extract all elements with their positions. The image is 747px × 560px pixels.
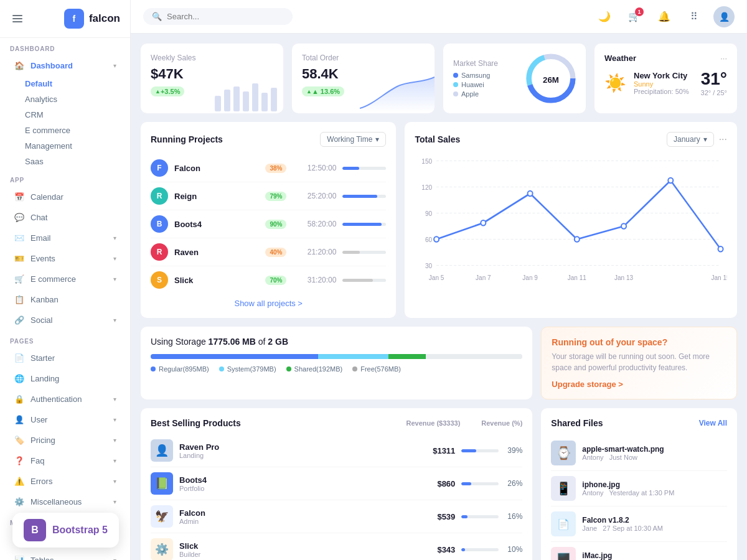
svg-text:150: 150 [422,157,433,164]
sidebar-sub-saas[interactable]: Saas [0,154,130,169]
faq-icon: ❓ [14,455,25,466]
sidebar-item-label: User [31,415,108,424]
social-icon: 🔗 [14,314,25,325]
sidebar-item-kanban[interactable]: 📋 Kanban [4,289,126,309]
file-row-falcon: 📄 Falcon v1.8.2 Jane 27 Sep at 10:30 AM [551,506,727,542]
weekly-sales-chart [209,74,283,113]
raven-pro-pct: 39% [461,446,522,455]
falcon-time: 12:50:00 [293,164,336,172]
sidebar-item-label: Pricing [31,436,108,445]
total-sales-dropdown[interactable]: January ▾ [667,132,714,147]
kanban-icon: 📋 [14,294,25,305]
events-icon: 🎫 [14,253,25,264]
project-row-boots4: B Boots4 90% 58:20:00 [151,210,386,238]
revenue-col-header: Revenue ($3333) [406,419,461,427]
reign-time: 25:20:00 [293,192,336,200]
sidebar-item-starter[interactable]: 📄 Starter [4,348,126,368]
app-section-label: App [0,169,130,186]
search-bar[interactable]: 🔍 [143,8,293,25]
sidebar-sub-management[interactable]: Management [0,138,130,154]
sidebar-item-authentication[interactable]: 🔒 Authentication ▾ [4,389,126,409]
weekly-sales-badge: +3.5% [151,86,184,96]
running-projects-card: Running Projects Working Time ▾ F Falcon… [141,122,396,318]
huawei-legend: Huawei [461,81,484,88]
svg-text:60: 60 [425,236,432,243]
slick-product-name: Slick [179,541,411,551]
regular-segment [151,354,318,359]
total-sales-card: Total Sales January ▾ ··· [405,122,737,318]
search-input[interactable] [167,12,279,21]
total-sales-more-button[interactable]: ··· [719,134,727,145]
sidebar-item-miscellaneous[interactable]: ⚙️ Miscellaneous ▾ [4,492,126,511]
sidebar-item-calendar[interactable]: 📅 Calendar [4,187,126,207]
sidebar-item-pricing[interactable]: 🏷️ Pricing ▾ [4,430,126,450]
chevron-down-icon: ▾ [113,317,116,324]
cart-button[interactable]: 🛒 1 [624,6,645,27]
raven-pro-revenue: $1311 [418,446,455,455]
sidebar-item-dashboard[interactable]: 🏠 Dashboard ▾ [4,55,126,75]
sidebar-item-label: Authentication [31,394,108,404]
iphone-meta: Antony Yesterday at 1:30 PM [582,489,727,497]
product-row-slick: ⚙️ Slick Builder $343 10% [151,533,522,560]
sidebar-sub-default[interactable]: Default [0,76,130,91]
notifications-button[interactable]: 🔔 [654,6,675,27]
svg-point-22 [481,220,486,225]
falcon-product-thumb: 🦅 [151,505,173,528]
shared-files-card: Shared Files View All ⌚ apple-smart-watc… [541,408,737,560]
falcon-file-thumb: 📄 [551,511,576,536]
apple-watch-meta: Antony Just Now [582,454,727,461]
svg-rect-5 [261,93,268,111]
svg-text:Jan 13: Jan 13 [614,274,633,281]
product-row-boots4: 📗 Boots4 Portfolio $860 26% [151,467,522,500]
avatar[interactable]: 👤 [713,6,735,27]
sidebar-item-events[interactable]: 🎫 Events ▾ [4,248,126,268]
view-all-button[interactable]: View All [699,419,727,427]
chevron-down-icon: ▾ [113,62,116,69]
sidebar-sub-analytics[interactable]: Analytics [0,91,130,107]
storage-title: Using Storage 1775.06 MB of 2 GB [151,337,522,347]
authentication-icon: 🔒 [14,393,25,404]
chevron-down-icon: ▾ [113,437,116,444]
total-sales-chart-area: 150 120 90 60 30 [415,154,727,285]
sidebar-sub-crm[interactable]: CRM [0,107,130,123]
shared-segment [388,354,426,359]
working-time-dropdown[interactable]: Working Time ▾ [320,132,386,147]
cart-badge: 1 [635,7,644,16]
sidebar-item-tables[interactable]: 📊 Tables ▾ [4,550,126,560]
raven-pro-thumb: 👤 [151,439,173,462]
svg-rect-6 [271,88,277,111]
sidebar-item-landing[interactable]: 🌐 Landing [4,368,126,388]
total-order-badge: ▲ 13.6% [302,86,344,96]
weather-more-button[interactable]: ··· [720,54,727,63]
sidebar-sub-ecommerce[interactable]: E commerce [0,123,130,138]
hamburger-icon[interactable] [10,12,25,25]
upgrade-link[interactable]: Upgrade storage > [552,380,623,389]
sidebar-item-user[interactable]: 👤 User ▾ [4,409,126,429]
show-all-projects-button[interactable]: Show all projects > [151,299,386,308]
raven-pro-name: Raven Pro [179,442,411,452]
weather-temp: 31° [701,69,727,89]
weekly-sales-label: Weekly Sales [151,54,273,62]
regular-dot [151,366,156,371]
sidebar-item-social[interactable]: 🔗 Social ▾ [4,310,126,330]
sidebar-item-ecommerce[interactable]: 🛒 E commerce ▾ [4,269,126,289]
dashboard-section-label: Dashboard [0,38,130,55]
raven-pro-cat: Landing [179,452,411,459]
shared-legend: Shared(192MB) [286,365,343,373]
sidebar-item-email[interactable]: ✉️ Email ▾ [4,228,126,248]
slick-progress [342,279,386,282]
bootstrap-badge[interactable]: B Bootstrap 5 [12,513,119,548]
sidebar-item-chat[interactable]: 💬 Chat [4,207,126,227]
theme-toggle-button[interactable]: 🌙 [594,6,615,27]
sidebar-item-faq[interactable]: ❓ Faq ▾ [4,450,126,470]
svg-text:Jan 5: Jan 5 [429,274,444,281]
errors-icon: ⚠️ [14,475,25,487]
pricing-icon: 🏷️ [14,434,25,446]
project-row-slick: S Slick 70% 31:20:00 [151,266,386,294]
chevron-down-icon: ▾ [113,235,116,241]
svg-rect-4 [252,83,258,111]
grid-button[interactable]: ⠿ [684,6,705,27]
ecommerce-icon: 🛒 [14,273,25,284]
email-icon: ✉️ [14,232,25,243]
sidebar-item-errors[interactable]: ⚠️ Errors ▾ [4,471,126,491]
